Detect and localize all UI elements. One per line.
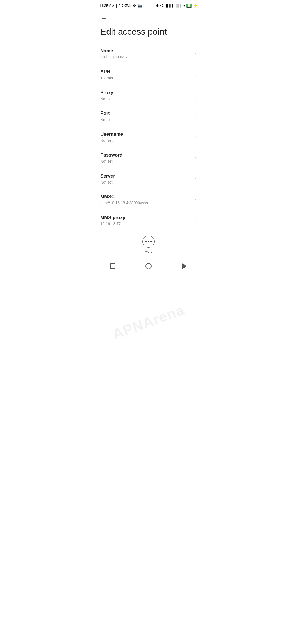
video-icon: 📷 (138, 4, 142, 8)
speed: 0.7KB/s (119, 4, 131, 8)
settings-item-label: APN (100, 69, 193, 75)
settings-item-mmsc[interactable]: MMSC http://10.16.18.4:38090/was › (95, 189, 202, 210)
settings-item-content: MMS proxy 10.16.18.77 (100, 215, 193, 227)
chevron-right-icon: › (195, 93, 197, 99)
settings-item-content: Name Globalgig-MMS (100, 48, 193, 60)
settings-item-content: Username Not set (100, 131, 193, 143)
back-button[interactable]: ← (95, 10, 202, 24)
settings-item-value: Not set (100, 117, 193, 123)
settings-item-content: MMSC http://10.16.18.4:38090/was (100, 194, 193, 206)
more-dot-3 (150, 241, 152, 242)
charging-icon: ⚡ (193, 3, 198, 8)
signal-bars2-icon: ▐▌▌ (175, 4, 182, 7)
settings-item-proxy[interactable]: Proxy Not set › (95, 85, 202, 106)
settings-item-value: http://10.16.18.4:38090/was (100, 200, 193, 206)
settings-item-label: Server (100, 173, 193, 179)
settings-item-server[interactable]: Server Not set › (95, 169, 202, 190)
chevron-right-icon: › (195, 218, 197, 223)
settings-item-label: Username (100, 131, 193, 137)
more-button[interactable]: More (95, 231, 202, 256)
chevron-right-icon: › (195, 114, 197, 119)
settings-item-username[interactable]: Username Not set › (95, 127, 202, 148)
chevron-right-icon: › (195, 176, 197, 182)
more-circle-icon (142, 236, 155, 248)
settings-item-apn[interactable]: APN internet › (95, 64, 202, 85)
wifi-icon: ▾ (183, 4, 185, 7)
chevron-right-icon: › (195, 134, 197, 140)
settings-item-value: Not set (100, 96, 193, 102)
settings-icon: ⚙ (133, 4, 136, 8)
bluetooth-icon: ✱ (156, 4, 159, 8)
settings-item-content: Proxy Not set (100, 90, 193, 102)
status-left: 11:35 AM | 0.7KB/s ⚙ 📷 (99, 4, 142, 8)
chevron-right-icon: › (195, 155, 197, 161)
chevron-right-icon: › (195, 51, 197, 57)
settings-item-content: Server Not set (100, 173, 193, 185)
separator: | (116, 4, 117, 8)
settings-item-label: Port (100, 110, 193, 116)
settings-item-content: Port Not set (100, 110, 193, 122)
nav-bar (95, 258, 202, 275)
nav-recents-icon (110, 263, 116, 269)
settings-item-mms-proxy[interactable]: MMS proxy 10.16.18.77 › (95, 210, 202, 231)
settings-item-content: Password Not set (100, 152, 193, 164)
nav-back-icon (182, 263, 187, 269)
more-dot-2 (148, 241, 149, 242)
settings-item-label: MMSC (100, 194, 193, 200)
battery-container: 38 (186, 4, 192, 8)
settings-item-value: Not set (100, 138, 193, 143)
settings-item-label: Password (100, 152, 193, 158)
page-title: Edit access point (95, 24, 202, 43)
chevron-right-icon: › (195, 197, 197, 203)
back-arrow-icon: ← (100, 14, 107, 22)
time: 11:35 AM (99, 4, 114, 8)
status-bar: 11:35 AM | 0.7KB/s ⚙ 📷 ✱ 4G ▐▌▌▌ ▐▌▌ ▾ 3… (95, 0, 202, 10)
status-right: ✱ 4G ▐▌▌▌ ▐▌▌ ▾ 38 ⚡ (156, 3, 198, 8)
chevron-right-icon: › (195, 72, 197, 78)
settings-item-name[interactable]: Name Globalgig-MMS › (95, 43, 202, 64)
more-dot-1 (145, 241, 147, 242)
battery-icon: 38 (186, 4, 192, 8)
nav-back-button[interactable] (179, 261, 189, 271)
settings-item-content: APN internet (100, 69, 193, 81)
settings-list: Name Globalgig-MMS › APN internet › Prox… (95, 43, 202, 231)
nav-home-icon (145, 263, 152, 269)
settings-item-value: Not set (100, 159, 193, 164)
settings-item-value: 10.16.18.77 (100, 221, 193, 227)
settings-item-value: Globalgig-MMS (100, 54, 193, 60)
settings-item-label: Name (100, 48, 193, 54)
settings-item-label: Proxy (100, 90, 193, 96)
settings-item-port[interactable]: Port Not set › (95, 106, 202, 127)
more-label: More (144, 249, 153, 253)
settings-item-password[interactable]: Password Not set › (95, 148, 202, 169)
settings-item-value: internet (100, 75, 193, 81)
nav-home-button[interactable] (144, 261, 153, 271)
settings-item-value: Not set (100, 180, 193, 185)
settings-item-label: MMS proxy (100, 215, 193, 221)
signal-bars-icon: ▐▌▌▌ (165, 4, 174, 7)
signal-4g-icon: 4G (160, 4, 164, 7)
nav-recents-button[interactable] (108, 261, 118, 271)
